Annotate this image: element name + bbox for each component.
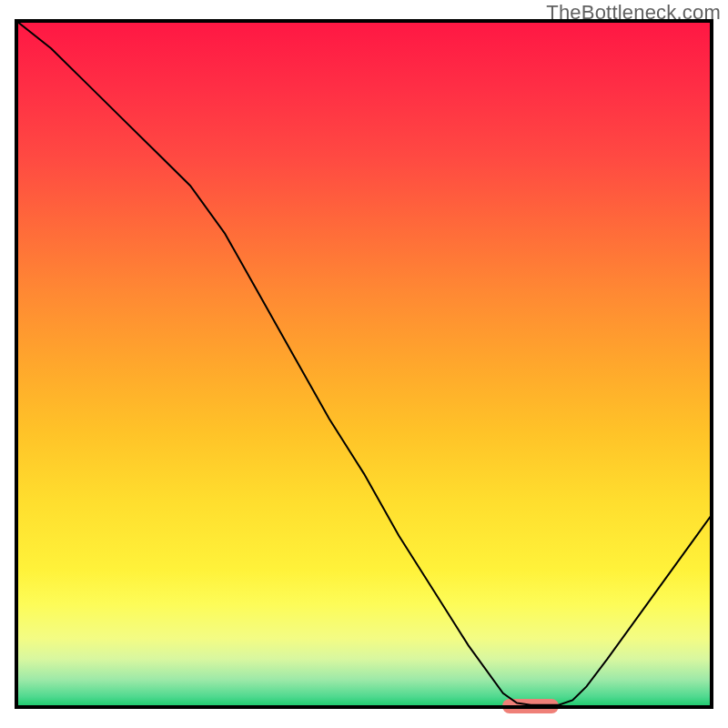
chart-canvas: TheBottleneck.com bbox=[0, 0, 728, 728]
watermark: TheBottleneck.com bbox=[546, 1, 721, 25]
plot-background bbox=[16, 21, 712, 707]
chart-svg bbox=[0, 0, 728, 728]
